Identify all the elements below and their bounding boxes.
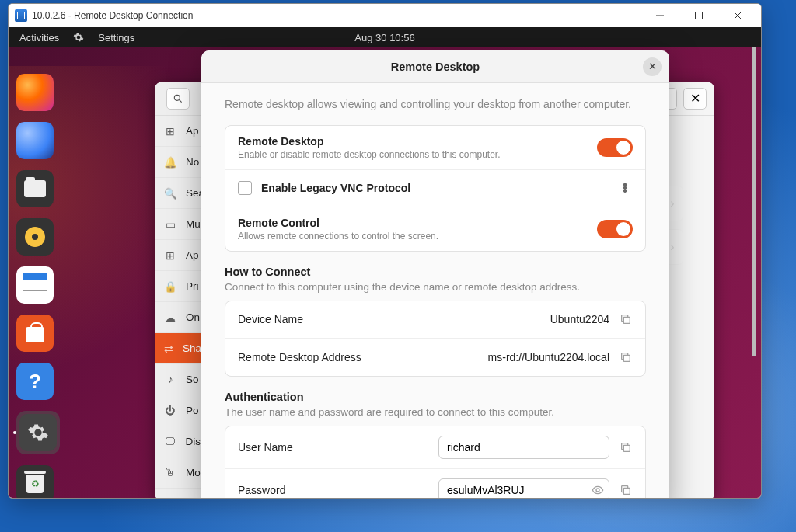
dock-trash-icon[interactable]: ♻ xyxy=(16,465,54,498)
password-input[interactable] xyxy=(438,478,609,498)
connect-card: Device Name Ubuntu2204 Remote Desktop Ad… xyxy=(225,301,646,377)
window-title: 10.0.2.6 - Remote Desktop Connection xyxy=(32,10,193,21)
remote-desktop-toggle[interactable] xyxy=(597,138,633,157)
clock[interactable]: Aug 30 10:56 xyxy=(354,32,414,43)
dialog-body: Remote desktop allows viewing and contro… xyxy=(201,83,669,498)
address-label: Remote Desktop Address xyxy=(238,351,479,363)
address-value: ms-rd://Ubuntu2204.local xyxy=(488,351,609,363)
settings-close-button[interactable]: ✕ xyxy=(683,88,707,110)
remote-desktop-dialog: Remote Desktop ✕ Remote desktop allows v… xyxy=(201,50,669,498)
dialog-close-button[interactable]: ✕ xyxy=(643,57,662,76)
auth-card: User Name Password xyxy=(225,426,646,498)
remote-control-toggle[interactable] xyxy=(597,220,633,238)
dock-rhythmbox-icon[interactable] xyxy=(16,218,54,256)
remote-control-sub: Allows remote connections to control the… xyxy=(238,231,588,242)
options-card: Remote Desktop Enable or disable remote … xyxy=(225,125,646,252)
toggle-password-visibility-button[interactable] xyxy=(591,483,605,497)
username-label: User Name xyxy=(238,441,429,454)
rdc-app-icon xyxy=(15,9,27,22)
settings-search[interactable] xyxy=(155,82,201,116)
maximize-button[interactable] xyxy=(682,5,716,26)
address-row: Remote Desktop Address ms-rd://Ubuntu220… xyxy=(225,339,645,376)
dialog-intro: Remote desktop allows viewing and contro… xyxy=(225,97,646,113)
window-scrollbar[interactable] xyxy=(749,27,759,495)
copy-address-button[interactable] xyxy=(619,350,633,364)
copy-device-name-button[interactable] xyxy=(619,312,633,326)
username-row: User Name xyxy=(225,426,645,469)
legacy-vnc-menu-button[interactable]: ••• xyxy=(617,183,633,193)
topbar-app-label[interactable]: Settings xyxy=(98,32,134,43)
sidebar-item-sharing[interactable]: ⇄Sha xyxy=(155,333,201,364)
dialog-title: Remote Desktop xyxy=(391,61,480,73)
sidebar-item[interactable]: ⊞Ap xyxy=(155,240,201,271)
how-to-connect-title: How to Connect xyxy=(225,266,646,278)
settings-sidebar: ⊞Ap 🔔No 🔍Sea ▭Mu ⊞Ap 🔒Pri ☁On ⇄Sha ♪So ⏻… xyxy=(155,82,201,498)
dock-files-icon[interactable] xyxy=(16,170,54,207)
sidebar-item[interactable]: 🖱Mo xyxy=(155,457,201,489)
username-input[interactable] xyxy=(438,436,609,459)
dock-settings-active-bg xyxy=(16,411,60,454)
remote-desktop-viewport: Activities Settings Aug 30 10:56 ? ♻ xyxy=(9,27,761,498)
dock: ? ♻ xyxy=(16,74,58,498)
sidebar-item[interactable]: 🔒Pri xyxy=(155,271,201,302)
svg-rect-3 xyxy=(623,355,630,361)
dock-writer-icon[interactable] xyxy=(16,266,54,304)
how-to-connect-sub: Connect to this computer using the devic… xyxy=(225,281,646,293)
gnome-top-bar: Activities Settings Aug 30 10:56 xyxy=(9,27,761,47)
svg-point-5 xyxy=(596,489,599,492)
sidebar-item[interactable]: ⏻Po xyxy=(155,395,201,426)
remote-control-row: Remote Control Allows remote connections… xyxy=(225,207,645,251)
sidebar-item[interactable]: ☁On xyxy=(155,302,201,333)
copy-password-button[interactable] xyxy=(619,483,633,497)
svg-point-1 xyxy=(174,95,180,100)
legacy-vnc-checkbox[interactable] xyxy=(238,181,252,195)
sidebar-item[interactable]: 🔔No xyxy=(155,147,201,178)
device-name-value: Ubuntu2204 xyxy=(550,313,609,325)
sidebar-item[interactable]: 🖵Dis xyxy=(155,426,201,457)
dock-help-icon[interactable]: ? xyxy=(16,363,54,400)
device-name-label: Device Name xyxy=(238,313,541,325)
title-bar[interactable]: 10.0.2.6 - Remote Desktop Connection xyxy=(9,4,761,27)
svg-rect-0 xyxy=(696,12,703,19)
remote-desktop-row: Remote Desktop Enable or disable remote … xyxy=(225,126,645,170)
dock-firefox-icon[interactable] xyxy=(16,74,54,111)
minimize-button[interactable] xyxy=(643,5,677,26)
password-label: Password xyxy=(238,484,429,496)
dock-thunderbird-icon[interactable] xyxy=(16,122,54,159)
legacy-vnc-row: Enable Legacy VNC Protocol ••• xyxy=(225,170,645,207)
sidebar-item[interactable]: ▭Mu xyxy=(155,209,201,240)
auth-sub: The user name and password are required … xyxy=(225,406,646,418)
dialog-header: Remote Desktop ✕ xyxy=(201,50,669,83)
gear-icon xyxy=(73,32,84,43)
sidebar-item[interactable]: ⊞Ap xyxy=(155,116,201,147)
password-row: Password xyxy=(225,469,645,498)
sidebar-item[interactable]: ♪So xyxy=(155,364,201,395)
remote-desktop-sub: Enable or disable remote desktop connect… xyxy=(238,149,588,160)
device-name-row: Device Name Ubuntu2204 xyxy=(225,301,645,339)
svg-rect-6 xyxy=(623,488,630,494)
remote-desktop-label: Remote Desktop xyxy=(238,135,588,148)
copy-username-button[interactable] xyxy=(619,440,633,454)
sidebar-item[interactable]: 🔍Sea xyxy=(155,178,201,209)
dock-software-icon[interactable] xyxy=(16,315,54,352)
remote-control-label: Remote Control xyxy=(238,217,588,229)
activities-button[interactable]: Activities xyxy=(19,32,59,43)
auth-title: Authentication xyxy=(225,391,646,403)
svg-rect-2 xyxy=(623,317,630,323)
legacy-vnc-label: Enable Legacy VNC Protocol xyxy=(261,182,608,194)
rdc-window: 10.0.2.6 - Remote Desktop Connection Act… xyxy=(8,3,762,499)
dock-settings-icon[interactable] xyxy=(19,414,57,451)
svg-rect-4 xyxy=(623,445,630,451)
close-button[interactable] xyxy=(721,5,755,26)
